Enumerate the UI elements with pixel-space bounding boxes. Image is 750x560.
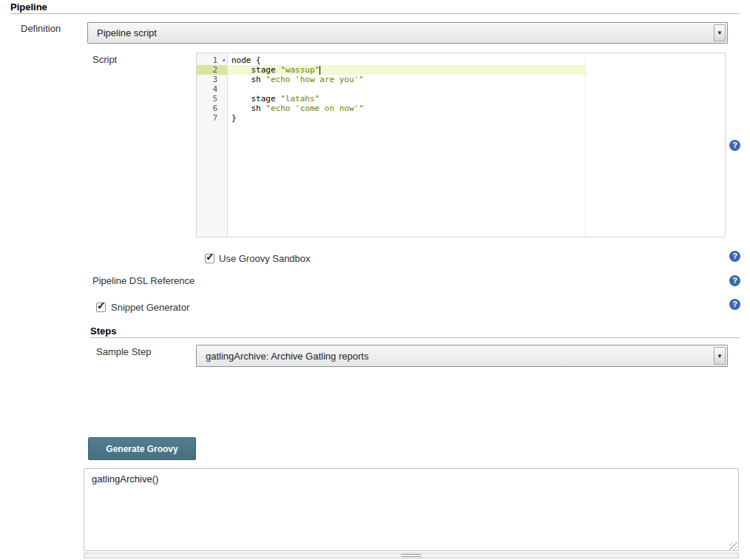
steps-section-title: Steps (90, 325, 116, 337)
script-help-icon[interactable]: ? (729, 140, 740, 151)
script-editor[interactable]: 1▾234567 node { stage "wassup" sh "echo … (196, 53, 726, 237)
editor-code-area[interactable]: node { stage "wassup" sh "echo 'how are … (229, 53, 725, 237)
sample-step-dropdown-value: gatlingArchive: Archive Gatling reports (206, 345, 368, 366)
line-number[interactable]: 3 (197, 75, 227, 84)
sample-step-label: Sample Step (96, 346, 151, 357)
pipeline-config-page: Pipeline Definition Pipeline script ▼ Sc… (0, 0, 750, 560)
fold-arrow-icon[interactable]: ▾ (222, 55, 226, 65)
code-token: sh (232, 75, 266, 84)
code-line[interactable]: stage "wassup" (229, 65, 586, 75)
line-number[interactable]: 7 (197, 113, 227, 123)
textarea-drag-handle[interactable] (84, 553, 739, 559)
code-line[interactable]: stage "latahs" (229, 94, 725, 104)
drag-grip-icon (402, 554, 421, 557)
string-token: "echo 'how are you'" (266, 75, 363, 84)
snippet-generator-checkbox[interactable]: ✓ (96, 303, 106, 312)
code-line[interactable]: node { (229, 55, 725, 65)
sandbox-help-icon[interactable]: ? (729, 251, 740, 262)
text-cursor (320, 66, 320, 75)
string-token: "wassup" (280, 65, 320, 75)
line-number[interactable]: 5 (197, 94, 227, 104)
chevron-down-icon[interactable]: ▼ (714, 347, 726, 365)
checkmark-icon: ✓ (97, 300, 106, 311)
sample-step-dropdown[interactable]: gatlingArchive: Archive Gatling reports … (196, 345, 728, 367)
chevron-down-icon[interactable]: ▼ (714, 24, 726, 41)
editor-ruler (585, 53, 586, 237)
code-line[interactable]: sh "echo 'come on now'" (229, 104, 725, 113)
pipeline-dsl-reference-label[interactable]: Pipeline DSL Reference (92, 275, 195, 286)
script-label: Script (92, 54, 117, 65)
snippet-generator-label[interactable]: Snippet Generator (111, 302, 189, 313)
definition-label: Definition (21, 23, 61, 34)
use-groovy-sandbox-checkbox[interactable]: ✓ (205, 254, 214, 263)
code-line[interactable]: sh "echo 'how are you'" (229, 75, 725, 84)
code-line[interactable]: } (229, 113, 725, 123)
generated-groovy-textarea[interactable]: gatlingArchive() (84, 468, 739, 551)
snippet-generator-help-icon[interactable]: ? (729, 299, 740, 310)
string-token: "echo 'come on now'" (266, 104, 363, 113)
dsl-reference-help-icon[interactable]: ? (729, 275, 740, 286)
code-token: sh (232, 104, 266, 113)
generate-groovy-button[interactable]: Generate Groovy (88, 437, 196, 460)
checkmark-icon: ✓ (206, 251, 214, 263)
use-groovy-sandbox-label[interactable]: Use Groovy Sandbox (219, 253, 311, 264)
definition-dropdown[interactable]: Pipeline script ▼ (87, 22, 728, 44)
line-number[interactable]: 6 (197, 104, 227, 113)
pipeline-section-title: Pipeline (10, 1, 47, 13)
code-line[interactable] (229, 84, 725, 94)
code-token: stage (232, 65, 280, 75)
string-token: "latahs" (280, 94, 320, 104)
line-number[interactable]: 2 (197, 65, 227, 75)
code-token: } (232, 113, 237, 123)
code-token: stage (232, 94, 280, 104)
pipeline-section-divider (10, 13, 740, 14)
code-token: node { (232, 55, 261, 65)
definition-dropdown-value: Pipeline script (97, 23, 157, 43)
editor-gutter: 1▾234567 (197, 53, 228, 237)
line-number[interactable]: 4 (197, 84, 227, 94)
line-number[interactable]: 1▾ (197, 55, 227, 65)
steps-section-divider (90, 337, 740, 338)
